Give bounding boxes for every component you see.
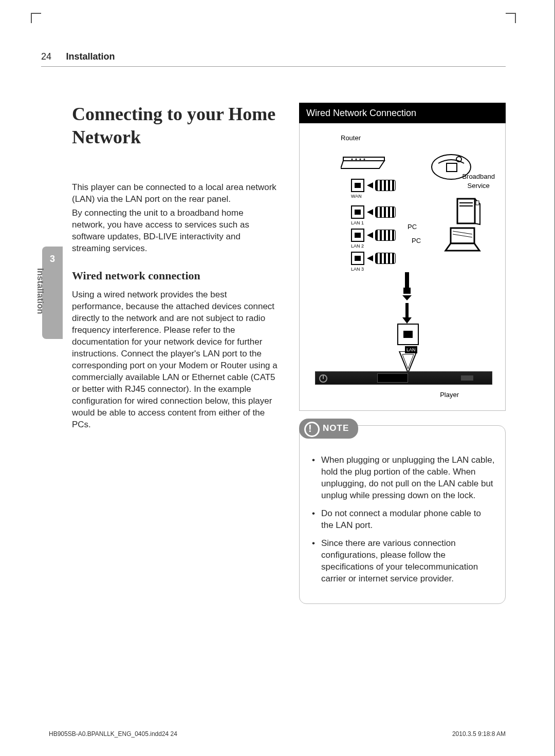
- side-tab-label: Installation: [35, 268, 45, 314]
- diagram-title: Wired Network Connection: [299, 103, 506, 123]
- note-heading: NOTE: [299, 419, 358, 439]
- wan-label: WAN: [351, 193, 362, 199]
- router-label: Router: [341, 134, 361, 143]
- lan3-port-row: [351, 252, 396, 265]
- router-icon: [341, 153, 387, 174]
- subheading: Wired network connection: [72, 268, 279, 284]
- down-arrow-icon: [402, 272, 412, 300]
- arrow-left-icon: [367, 232, 373, 238]
- note-item: When plugging or unplugging the LAN cabl…: [312, 455, 495, 502]
- intro-paragraph-2: By connecting the unit to a broadband ho…: [72, 207, 279, 255]
- wan-port-row: [351, 179, 396, 192]
- page: 24 Installation 3 Installation Connectin…: [0, 0, 555, 756]
- note-box: NOTE When plugging or unplugging the LAN…: [299, 425, 506, 603]
- power-icon: [319, 374, 328, 383]
- footer-file: HB905SB-A0.BPANLLK_ENG_0405.indd24 24: [49, 730, 177, 738]
- arrow-left-icon: [367, 255, 373, 261]
- lan1-port-row: [351, 205, 396, 219]
- pc-label-1: PC: [408, 222, 417, 232]
- svg-rect-17: [405, 303, 409, 317]
- intro-paragraph-1: This player can be connected to a local …: [72, 182, 279, 205]
- chapter-number: 3: [50, 254, 55, 264]
- page-number: 24: [41, 51, 51, 62]
- pc-tower-icon: [456, 198, 485, 226]
- lan-connector-box: [397, 324, 419, 345]
- down-triangle-icon: [395, 351, 421, 374]
- note-item: Since there are various connection confi…: [312, 538, 495, 585]
- svg-point-2: [359, 159, 361, 160]
- left-column: Connecting to your Home Network This pla…: [72, 103, 279, 604]
- page-header: 24 Installation: [41, 51, 506, 67]
- lan1-label: LAN 1: [351, 220, 364, 226]
- pc-label-2: PC: [412, 236, 421, 245]
- svg-point-0: [351, 159, 353, 160]
- svg-rect-14: [405, 272, 409, 288]
- laptop-icon: [443, 226, 482, 254]
- slot-icon: [461, 375, 473, 381]
- svg-rect-5: [447, 163, 457, 172]
- body-paragraph: Using a wired network provides the best …: [72, 289, 279, 430]
- arrow-left-icon: [367, 209, 373, 215]
- note-list: When plugging or unplugging the LAN cabl…: [310, 455, 495, 584]
- crop-mark-top-right: [506, 13, 516, 23]
- port-icon: [351, 205, 364, 219]
- arrow-left-icon: [367, 182, 373, 188]
- cable-icon: [375, 180, 396, 191]
- content-columns: Connecting to your Home Network This pla…: [41, 103, 506, 604]
- port-icon: [351, 179, 364, 192]
- cable-icon: [375, 230, 396, 241]
- note-item: Do not connect a modular phone cable to …: [312, 508, 495, 532]
- player-icon: [315, 371, 492, 385]
- cable-icon: [375, 253, 396, 264]
- footer-timestamp: 2010.3.5 9:18:8 AM: [452, 730, 506, 738]
- svg-marker-16: [402, 295, 412, 300]
- cable-icon: [375, 206, 396, 218]
- svg-marker-20: [402, 354, 414, 369]
- player-label: Player: [440, 390, 459, 400]
- svg-point-1: [355, 159, 357, 160]
- svg-point-3: [363, 159, 365, 160]
- side-tab: 3: [42, 247, 63, 339]
- page-footer: HB905SB-A0.BPANLLK_ENG_0405.indd24 24 20…: [49, 730, 506, 738]
- right-column: Wired Network Connection Router Broadban: [299, 103, 506, 604]
- svg-rect-10: [476, 201, 479, 205]
- port-icon: [351, 229, 364, 242]
- port-icon: [351, 252, 364, 265]
- network-diagram: Router Broadband Service: [299, 123, 506, 411]
- broadband-label: Broadband Service: [462, 172, 495, 190]
- section-heading: Installation: [66, 51, 115, 62]
- display-icon: [377, 373, 408, 383]
- lan-port-icon: [403, 331, 413, 338]
- lan2-label: LAN 2: [351, 243, 364, 249]
- lan2-port-row: [351, 229, 396, 242]
- page-title: Connecting to your Home Network: [72, 103, 279, 149]
- svg-marker-18: [402, 317, 412, 324]
- crop-mark-top-left: [31, 13, 41, 23]
- lan3-label: LAN 3: [351, 266, 364, 272]
- down-arrow-icon: [402, 303, 412, 324]
- svg-rect-15: [403, 288, 411, 294]
